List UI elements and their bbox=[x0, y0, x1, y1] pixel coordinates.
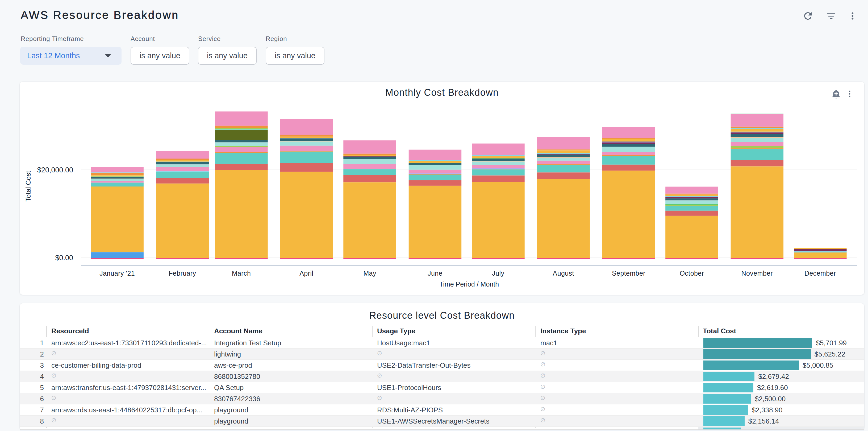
svg-text:February: February bbox=[168, 270, 196, 277]
svg-text:August: August bbox=[553, 270, 574, 277]
svg-text:June: June bbox=[428, 270, 442, 277]
svg-text:September: September bbox=[612, 270, 645, 277]
svg-text:December: December bbox=[804, 270, 836, 277]
svg-text:Time Period / Month: Time Period / Month bbox=[439, 280, 499, 288]
svg-text:April: April bbox=[300, 270, 313, 277]
svg-text:Total Cost: Total Cost bbox=[24, 171, 32, 202]
svg-text:January '21: January '21 bbox=[99, 270, 135, 277]
svg-text:March: March bbox=[232, 270, 251, 277]
svg-text:November: November bbox=[741, 270, 773, 277]
svg-text:July: July bbox=[492, 270, 504, 277]
svg-text:May: May bbox=[363, 270, 376, 277]
svg-text:$0.00: $0.00 bbox=[55, 254, 73, 262]
svg-text:$20,000.00: $20,000.00 bbox=[37, 166, 73, 174]
svg-text:October: October bbox=[680, 270, 704, 277]
